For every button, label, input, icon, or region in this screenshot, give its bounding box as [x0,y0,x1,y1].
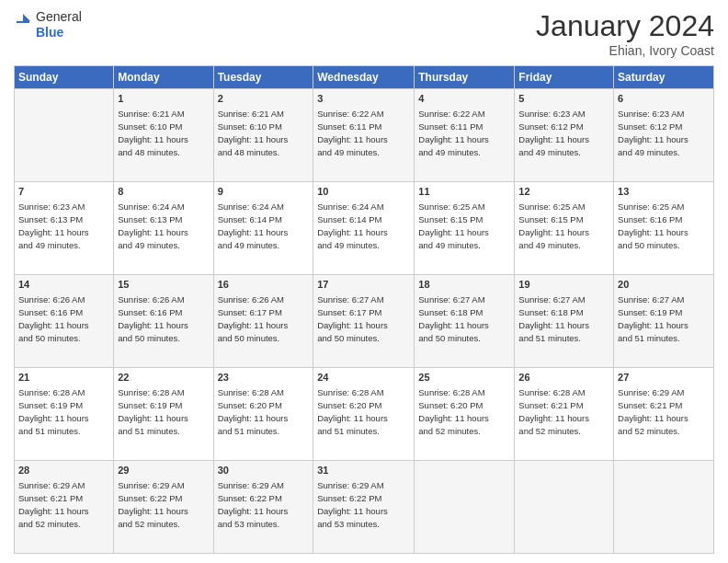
day-number: 22 [118,371,209,385]
calendar-cell: 13Sunrise: 6:25 AM Sunset: 6:16 PM Dayli… [614,182,714,275]
day-number: 26 [518,371,609,385]
day-number: 28 [18,464,109,477]
day-info: Sunrise: 6:22 AM Sunset: 6:11 PM Dayligh… [317,108,410,158]
logo-blue: Blue [36,25,82,40]
calendar-cell: 4Sunrise: 6:22 AM Sunset: 6:11 PM Daylig… [415,89,515,182]
day-number: 6 [618,92,710,106]
calendar-cell: 11Sunrise: 6:25 AM Sunset: 6:15 PM Dayli… [415,182,515,275]
calendar-cell: 31Sunrise: 6:29 AM Sunset: 6:22 PM Dayli… [313,461,415,554]
calendar-cell: 6Sunrise: 6:23 AM Sunset: 6:12 PM Daylig… [614,89,714,182]
day-number: 1 [118,92,209,106]
day-number: 8 [118,185,209,199]
day-info: Sunrise: 6:28 AM Sunset: 6:20 PM Dayligh… [317,386,410,437]
month-title: January 2024 [536,9,714,43]
title-block: January 2024 Ehian, Ivory Coast [536,9,714,58]
day-info: Sunrise: 6:24 AM Sunset: 6:14 PM Dayligh… [317,201,410,251]
calendar-week-row: 1Sunrise: 6:21 AM Sunset: 6:10 PM Daylig… [15,89,714,182]
calendar-week-row: 21Sunrise: 6:28 AM Sunset: 6:19 PM Dayli… [15,368,714,461]
day-number: 7 [18,185,109,199]
day-header-tuesday: Tuesday [213,66,313,89]
calendar-cell [15,89,114,182]
logo: General Blue [14,9,82,40]
svg-marker-0 [23,14,30,21]
calendar-week-row: 28Sunrise: 6:29 AM Sunset: 6:21 PM Dayli… [15,461,714,554]
day-info: Sunrise: 6:29 AM Sunset: 6:21 PM Dayligh… [618,386,710,437]
calendar-cell: 28Sunrise: 6:29 AM Sunset: 6:21 PM Dayli… [15,461,114,554]
calendar-cell [515,461,614,554]
day-info: Sunrise: 6:29 AM Sunset: 6:22 PM Dayligh… [317,479,410,530]
calendar-cell [614,461,714,554]
calendar-week-row: 14Sunrise: 6:26 AM Sunset: 6:16 PM Dayli… [15,275,714,368]
calendar-cell: 20Sunrise: 6:27 AM Sunset: 6:19 PM Dayli… [614,275,714,368]
calendar-cell: 7Sunrise: 6:23 AM Sunset: 6:13 PM Daylig… [15,182,114,275]
day-info: Sunrise: 6:23 AM Sunset: 6:12 PM Dayligh… [618,108,710,158]
calendar-cell: 10Sunrise: 6:24 AM Sunset: 6:14 PM Dayli… [313,182,415,275]
calendar-cell: 17Sunrise: 6:27 AM Sunset: 6:17 PM Dayli… [313,275,415,368]
day-number: 20 [618,278,710,292]
calendar-cell: 15Sunrise: 6:26 AM Sunset: 6:16 PM Dayli… [114,275,213,368]
day-info: Sunrise: 6:29 AM Sunset: 6:21 PM Dayligh… [18,479,109,530]
day-info: Sunrise: 6:25 AM Sunset: 6:15 PM Dayligh… [418,201,510,251]
day-info: Sunrise: 6:23 AM Sunset: 6:12 PM Dayligh… [518,108,609,158]
calendar-cell: 12Sunrise: 6:25 AM Sunset: 6:15 PM Dayli… [515,182,614,275]
day-info: Sunrise: 6:25 AM Sunset: 6:16 PM Dayligh… [618,201,710,251]
calendar-cell: 14Sunrise: 6:26 AM Sunset: 6:16 PM Dayli… [15,275,114,368]
logo-general: General [36,9,82,25]
day-number: 5 [518,92,609,106]
day-info: Sunrise: 6:25 AM Sunset: 6:15 PM Dayligh… [518,201,609,251]
day-number: 2 [218,92,310,106]
day-number: 14 [18,278,109,292]
location: Ehian, Ivory Coast [536,43,714,58]
day-number: 12 [518,185,609,199]
day-number: 24 [317,371,410,385]
day-number: 31 [317,464,410,477]
day-number: 29 [118,464,209,477]
calendar-cell: 18Sunrise: 6:27 AM Sunset: 6:18 PM Dayli… [415,275,515,368]
day-header-wednesday: Wednesday [313,66,415,89]
day-info: Sunrise: 6:22 AM Sunset: 6:11 PM Dayligh… [418,108,510,158]
calendar-cell: 21Sunrise: 6:28 AM Sunset: 6:19 PM Dayli… [15,368,114,461]
day-header-thursday: Thursday [415,66,515,89]
day-number: 18 [418,278,510,292]
day-info: Sunrise: 6:27 AM Sunset: 6:17 PM Dayligh… [317,293,410,344]
calendar-cell: 2Sunrise: 6:21 AM Sunset: 6:10 PM Daylig… [213,89,313,182]
day-number: 9 [218,185,310,199]
day-header-sunday: Sunday [15,66,114,89]
logo-text: General Blue [36,9,82,40]
day-number: 17 [317,278,410,292]
calendar-cell: 9Sunrise: 6:24 AM Sunset: 6:14 PM Daylig… [213,182,313,275]
day-number: 11 [418,185,510,199]
calendar-cell: 1Sunrise: 6:21 AM Sunset: 6:10 PM Daylig… [114,89,213,182]
day-info: Sunrise: 6:27 AM Sunset: 6:18 PM Dayligh… [418,293,510,344]
day-info: Sunrise: 6:26 AM Sunset: 6:16 PM Dayligh… [18,293,109,344]
day-number: 21 [18,371,109,385]
header: General Blue January 2024 Ehian, Ivory C… [14,9,714,58]
day-number: 4 [418,92,510,106]
calendar-cell: 24Sunrise: 6:28 AM Sunset: 6:20 PM Dayli… [313,368,415,461]
calendar-cell: 27Sunrise: 6:29 AM Sunset: 6:21 PM Dayli… [614,368,714,461]
calendar-cell: 5Sunrise: 6:23 AM Sunset: 6:12 PM Daylig… [515,89,614,182]
day-number: 25 [418,371,510,385]
day-info: Sunrise: 6:28 AM Sunset: 6:19 PM Dayligh… [18,386,109,437]
svg-rect-1 [17,21,29,23]
calendar-cell: 25Sunrise: 6:28 AM Sunset: 6:20 PM Dayli… [415,368,515,461]
calendar-cell: 26Sunrise: 6:28 AM Sunset: 6:21 PM Dayli… [515,368,614,461]
calendar-header-row: SundayMondayTuesdayWednesdayThursdayFrid… [15,66,714,89]
day-info: Sunrise: 6:23 AM Sunset: 6:13 PM Dayligh… [18,201,109,251]
calendar-cell: 22Sunrise: 6:28 AM Sunset: 6:19 PM Dayli… [114,368,213,461]
day-number: 10 [317,185,410,199]
calendar-cell: 19Sunrise: 6:27 AM Sunset: 6:18 PM Dayli… [515,275,614,368]
day-header-monday: Monday [114,66,213,89]
calendar-cell: 8Sunrise: 6:24 AM Sunset: 6:13 PM Daylig… [114,182,213,275]
day-info: Sunrise: 6:29 AM Sunset: 6:22 PM Dayligh… [218,479,310,530]
day-header-saturday: Saturday [614,66,714,89]
day-number: 16 [218,278,310,292]
calendar-cell: 29Sunrise: 6:29 AM Sunset: 6:22 PM Dayli… [114,461,213,554]
day-info: Sunrise: 6:26 AM Sunset: 6:16 PM Dayligh… [118,293,209,344]
day-number: 19 [518,278,609,292]
day-info: Sunrise: 6:26 AM Sunset: 6:17 PM Dayligh… [218,293,310,344]
day-info: Sunrise: 6:28 AM Sunset: 6:20 PM Dayligh… [418,386,510,437]
page: General Blue January 2024 Ehian, Ivory C… [0,0,728,563]
day-info: Sunrise: 6:28 AM Sunset: 6:19 PM Dayligh… [118,386,209,437]
day-number: 23 [218,371,310,385]
